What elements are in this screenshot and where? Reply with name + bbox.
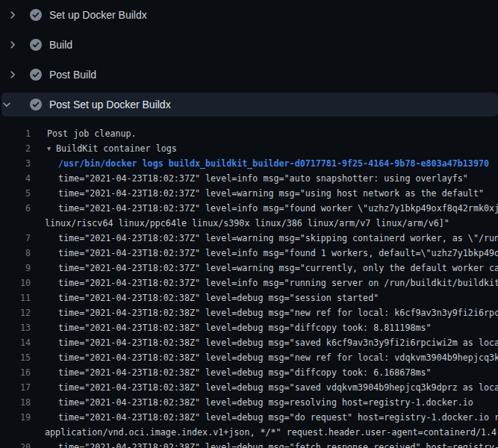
step-row[interactable]: Post Set up Docker Buildx [1, 93, 498, 116]
log-line-text: time="2021-04-23T18:02:37Z" level=warnin… [58, 233, 498, 243]
log-line: 16 time="2021-04-23T18:02:38Z" level=deb… [0, 365, 498, 380]
log-line-number[interactable]: 1 [0, 128, 31, 139]
log-line-text: time="2021-04-23T18:02:37Z" level=warnin… [58, 188, 484, 199]
log-line-text: linux/riscv64 linux/ppc64le linux/s390x … [45, 218, 449, 228]
log-line-text: time="2021-04-23T18:02:38Z" level=debug … [58, 337, 498, 348]
log-line-number[interactable]: 4 [0, 173, 31, 184]
chevron-down-icon[interactable] [1, 99, 24, 110]
log-line-text: time="2021-04-23T18:02:38Z" level=debug … [58, 442, 498, 448]
log-line: 13 time="2021-04-23T18:02:38Z" level=deb… [0, 320, 498, 335]
log-line-number[interactable]: 2 [0, 143, 31, 154]
log-line-number[interactable]: 17 [0, 382, 31, 393]
check-circle-icon [30, 69, 42, 81]
log-line-number[interactable]: 13 [0, 323, 31, 333]
log-line: 10 time="2021-04-23T18:02:37Z" level=inf… [0, 276, 498, 290]
log-line: 5 time="2021-04-23T18:02:37Z" level=warn… [0, 186, 498, 201]
log-line: 19 time="2021-04-23T18:02:38Z" level=deb… [0, 410, 498, 425]
step-row[interactable]: Post Build [1, 63, 498, 87]
log-line-number[interactable]: 12 [0, 308, 31, 318]
log-line: linux/riscv64 linux/ppc64le linux/s390x … [0, 216, 498, 231]
log-line: 11 time="2021-04-23T18:02:38Z" level=deb… [0, 290, 498, 305]
log-line-text: /usr/bin/docker logs buildx_buildkit_bui… [58, 158, 489, 169]
log-line: 8 time="2021-04-23T18:02:37Z" level=info… [0, 246, 498, 261]
log-line-text: time="2021-04-23T18:02:38Z" level=debug … [58, 382, 498, 393]
log-line: 2 ▼BuildKit container logs [0, 141, 498, 156]
log-line: application/vnd.oci.image.index.v1+json,… [0, 425, 498, 440]
log-line-number[interactable]: 5 [0, 188, 31, 199]
chevron-right-icon[interactable] [1, 69, 24, 80]
log-line-number[interactable]: 11 [0, 293, 31, 303]
workflow-log-viewer: Set up Docker Buildx Build Post Build [0, 0, 498, 448]
log-line: 15 time="2021-04-23T18:02:38Z" level=deb… [0, 350, 498, 365]
check-circle-icon [30, 39, 42, 51]
log-line-number[interactable]: 6 [0, 203, 31, 214]
step-label: Post Set up Docker Buildx [49, 99, 171, 111]
step-label: Set up Docker Buildx [49, 9, 147, 21]
log-line-number[interactable]: 20 [0, 442, 31, 448]
log-line-text: time="2021-04-23T18:02:38Z" level=debug … [58, 293, 379, 303]
log-line-number[interactable]: 9 [0, 263, 31, 273]
log-line-text: time="2021-04-23T18:02:38Z" level=debug … [58, 367, 432, 378]
log-line-number[interactable]: 3 [0, 158, 31, 169]
log-line: 7 time="2021-04-23T18:02:37Z" level=warn… [0, 231, 498, 246]
log-line: 3 /usr/bin/docker logs buildx_buildkit_b… [0, 156, 498, 171]
step-label: Post Build [49, 69, 96, 81]
log-line-number[interactable]: 10 [0, 278, 31, 288]
log-line-text: time="2021-04-23T18:02:37Z" level=info m… [58, 248, 498, 258]
log-line: 12 time="2021-04-23T18:02:38Z" level=deb… [0, 305, 498, 320]
log-area: 1 Post job cleanup. 2 ▼BuildKit containe… [0, 126, 498, 448]
chevron-right-icon[interactable] [1, 10, 24, 20]
log-line: 1 Post job cleanup. [0, 126, 498, 141]
chevron-right-icon[interactable] [1, 40, 24, 50]
check-circle-icon [30, 9, 42, 21]
log-line-text: time="2021-04-23T18:02:37Z" level=info m… [58, 203, 498, 214]
log-line: 17 time="2021-04-23T18:02:38Z" level=deb… [0, 380, 498, 395]
group-expander-icon[interactable]: ▼ [47, 145, 56, 152]
log-line-text: application/vnd.oci.image.index.v1+json,… [45, 427, 497, 438]
log-line-text: time="2021-04-23T18:02:38Z" level=debug … [58, 412, 498, 423]
log-line-text: Post job cleanup. [47, 128, 137, 139]
log-line: 18 time="2021-04-23T18:02:38Z" level=deb… [0, 395, 498, 410]
step-row[interactable]: Set up Docker Buildx [1, 3, 498, 27]
log-line-text: BuildKit container logs [56, 143, 177, 154]
log-line: 14 time="2021-04-23T18:02:38Z" level=deb… [0, 335, 498, 350]
log-line-text: time="2021-04-23T18:02:38Z" level=debug … [58, 397, 473, 408]
log-line-number[interactable]: 8 [0, 248, 31, 258]
log-line-number[interactable]: 16 [0, 367, 31, 378]
log-line-text: time="2021-04-23T18:02:38Z" level=debug … [58, 352, 498, 363]
log-line-number[interactable]: 7 [0, 233, 31, 243]
log-line: 9 time="2021-04-23T18:02:37Z" level=warn… [0, 261, 498, 276]
log-line-number[interactable]: 14 [0, 337, 31, 348]
log-line: 6 time="2021-04-23T18:02:37Z" level=info… [0, 201, 498, 216]
steps-list: Set up Docker Buildx Build Post Build [0, 0, 498, 116]
check-circle-icon [30, 99, 42, 111]
step-label: Build [49, 39, 72, 51]
log-line-number[interactable]: 15 [0, 352, 31, 363]
log-line-text: time="2021-04-23T18:02:37Z" level=info m… [58, 278, 498, 288]
log-line: 20 time="2021-04-23T18:02:38Z" level=deb… [0, 440, 498, 448]
log-line-text: time="2021-04-23T18:02:38Z" level=debug … [58, 323, 432, 333]
log-line-number[interactable]: 18 [0, 397, 31, 408]
log-line-text: time="2021-04-23T18:02:37Z" level=warnin… [58, 263, 498, 273]
log-line: 4 time="2021-04-23T18:02:37Z" level=info… [0, 171, 498, 186]
log-line-text: time="2021-04-23T18:02:38Z" level=debug … [58, 308, 498, 318]
step-row[interactable]: Build [1, 33, 498, 57]
log-line-text: time="2021-04-23T18:02:37Z" level=info m… [58, 173, 468, 184]
log-line-number[interactable]: 19 [0, 412, 31, 423]
